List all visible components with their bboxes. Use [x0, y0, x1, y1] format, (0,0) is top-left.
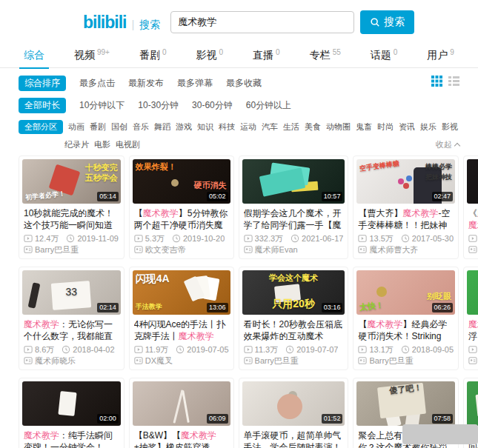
result-tab[interactable]: 专栏 55: [310, 43, 341, 68]
video-thumbnail[interactable]: 07:58 傻了吧！: [356, 381, 455, 426]
result-tab[interactable]: 用户 9: [427, 43, 454, 68]
video-thumbnail[interactable]: 10:57: [242, 159, 345, 204]
video-title[interactable]: 【魔术教学】5分钟教你两个超干净硬币消失魔术！: [134, 207, 229, 231]
filter-option[interactable]: 游戏: [176, 121, 192, 133]
filter-option[interactable]: 动物圈: [326, 121, 351, 133]
video-title[interactable]: 魔术教学：银行卡悬浮，看一遍就能学会: [468, 318, 478, 342]
video-thumbnail[interactable]: 06:09: [133, 381, 230, 426]
video-card[interactable]: 08:49:56 《魔术教学合集》刘谦魔术教学合集 6.9万 2018-01-1…: [463, 156, 478, 259]
video-card[interactable]: 03:16 学会这个魔术只用20秒 看时长！20秒教会压箱底效果爆炸的互动魔术【…: [239, 267, 349, 370]
video-thumbnail[interactable]: 05:02 效果炸裂！硬币消失: [133, 159, 230, 204]
bilibili-logo[interactable]: bilibili | 搜索: [83, 13, 160, 33]
search-input[interactable]: [170, 11, 354, 33]
filter-option[interactable]: 最新发布: [128, 77, 164, 90]
video-title[interactable]: 单手滚硬币，超简单帅气手法，学会后随时表演！: [244, 429, 344, 448]
play-count: 12.4万: [24, 233, 59, 244]
search-button[interactable]: 搜索: [360, 10, 414, 34]
result-tab[interactable]: 番剧 0: [139, 43, 167, 68]
video-title[interactable]: 【B&W】【魔术教学+抽奖】橡皮筋穿透: [134, 429, 229, 448]
video-thumbnail[interactable]: 06:26 太快！别眨眼: [356, 270, 455, 315]
filter-option[interactable]: 时尚: [377, 121, 394, 133]
filter-option[interactable]: 美食: [305, 121, 321, 133]
video-title[interactable]: 看时长！20秒教会压箱底效果爆炸的互动魔术【Barry: [244, 318, 344, 342]
video-card[interactable]: 13:06 闪现4A手法教学 4种闪现Ace的手法丨扑克牌手法丨魔术教学 11.…: [129, 267, 234, 370]
uploader[interactable]: 魔术师曹大齐: [358, 244, 418, 255]
video-title[interactable]: 10秒就能完成的魔术！这个技巧能一瞬间知道观众选择: [24, 207, 119, 231]
video-thumbnail[interactable]: 02:00: [22, 381, 121, 426]
video-card[interactable]: 06:09 【B&W】【魔术教学+抽奖】橡皮筋穿透 8.7万 2015-03-0…: [129, 378, 234, 448]
uploader[interactable]: DX魔叉: [134, 355, 173, 366]
video-card[interactable]: 10:57 假期学会这几个魔术，开学了给同学们露一手【魔术师 332.3万 20…: [239, 156, 349, 259]
thumb-shape: [406, 175, 412, 181]
filter-option[interactable]: 番剧: [90, 121, 106, 133]
video-card[interactable]: 05:14 十秒变完五秒学会初学者必学！ 10秒就能完成的魔术！这个技巧能一瞬间…: [19, 156, 125, 259]
filter-option[interactable]: 动画: [68, 121, 84, 133]
filter-option[interactable]: 最多弹幕: [177, 77, 213, 90]
uploader[interactable]: 梁校长: [468, 244, 478, 255]
filter-option[interactable]: 国创: [111, 121, 127, 133]
video-title[interactable]: 4种闪现Ace的手法丨扑克牌手法丨魔术教学: [134, 318, 229, 342]
video-thumbnail[interactable]: 01:52: [242, 381, 345, 426]
result-tab[interactable]: 直播 0: [253, 43, 280, 68]
filter-option[interactable]: 最多点击: [79, 77, 115, 90]
uploader[interactable]: Barry巴旦重: [358, 355, 413, 366]
result-tab[interactable]: 话题 0: [371, 43, 398, 68]
video-title[interactable]: 假期学会这几个魔术，开学了给同学们露一手【魔术师: [244, 207, 344, 231]
filter-option[interactable]: 舞蹈: [154, 121, 170, 133]
filter-option[interactable]: 电影: [94, 139, 110, 150]
publish-date-value: 2021-06-17: [302, 233, 343, 244]
filter-option[interactable]: 影视: [442, 121, 458, 133]
category-active-pill[interactable]: 全部分区: [19, 120, 63, 134]
list-view-icon[interactable]: [448, 76, 459, 87]
video-thumbnail[interactable]: 08:49:56: [467, 159, 478, 204]
filter-option[interactable]: 资讯: [399, 121, 415, 133]
filter-option[interactable]: 30-60分钟: [192, 99, 233, 112]
filter-option[interactable]: 科技: [219, 121, 235, 133]
filter-option[interactable]: 运动: [240, 121, 256, 133]
filter-option[interactable]: 电视剧: [116, 139, 140, 150]
filter-option[interactable]: 娱乐: [420, 121, 436, 133]
filter-option[interactable]: 鬼畜: [356, 121, 372, 133]
grid-view-icon[interactable]: [431, 76, 442, 87]
video-card[interactable]: 01:52 单手滚硬币，超简单帅气手法，学会后随时表演！ 158.1万 2019…: [239, 378, 349, 448]
result-tab[interactable]: 视频 99+: [74, 43, 110, 68]
uploader[interactable]: 欧文变吉帝: [134, 244, 186, 255]
uploader[interactable]: 魔术师晓乐: [24, 355, 76, 366]
video-thumbnail[interactable]: 13:06 闪现4A手法教学: [133, 270, 230, 315]
filter-option[interactable]: 音乐: [133, 121, 149, 133]
uploader[interactable]: Barry巴旦重: [244, 355, 299, 366]
filter-option[interactable]: 汽车: [262, 121, 278, 133]
sort-active-pill[interactable]: 综合排序: [19, 76, 66, 91]
video-card[interactable]: 02:00 魔术教学：纯手法瞬间变牌！一分钟学会！ 14.4万 2017-02-…: [19, 378, 125, 448]
video-card[interactable]: 06:26 太快！别眨眼 【魔术教学】经典必学硬币消失术！Striking Va…: [353, 267, 459, 370]
video-thumbnail[interactable]: 05:14 十秒变完五秒学会初学者必学！: [22, 159, 121, 204]
video-title[interactable]: 魔术教学：纯手法瞬间变牌！一分钟学会！: [24, 429, 119, 448]
video-title[interactable]: 【曹大齐】魔术教学-空手变棒棒糖！！把妹神招！: [358, 207, 454, 231]
video-thumbnail[interactable]: 02:14 33: [22, 270, 121, 315]
video-thumbnail[interactable]: 08:19 魔法？手术？瞬间变牌: [467, 381, 478, 426]
video-card[interactable]: 05:02 效果炸裂！硬币消失 【魔术教学】5分钟教你两个超干净硬币消失魔术！ …: [129, 156, 234, 259]
video-thumbnail[interactable]: 01:20: [467, 270, 478, 315]
filter-option[interactable]: 10-30分钟: [138, 99, 179, 112]
video-thumbnail[interactable]: 03:16 学会这个魔术只用20秒: [242, 270, 345, 315]
duration-active-pill[interactable]: 全部时长: [19, 98, 66, 113]
video-card[interactable]: 02:14 33 魔术教学：无论你写一个什么数字，我都能直接猜中！ 8.6万 2…: [19, 267, 125, 370]
filter-option[interactable]: 知识: [197, 121, 213, 133]
video-card[interactable]: 01:20 魔术教学：银行卡悬浮，看一遍就能学会 19.5万 2018-03-0…: [463, 267, 478, 370]
video-title[interactable]: 【魔术教学】经典必学硬币消失术！Striking Vanish: [358, 318, 454, 342]
filter-option[interactable]: 60分钟以上: [246, 99, 291, 112]
filter-option[interactable]: 生活: [283, 121, 299, 133]
video-card[interactable]: 02:47 空手变棒棒糖棒棒必学把妹神技 【曹大齐】魔术教学-空手变棒棒糖！！把…: [353, 156, 459, 259]
video-title[interactable]: 魔术教学：无论你写一个什么数字，我都能直接猜中！: [24, 318, 119, 342]
uploader[interactable]: 魔术师晓乐: [468, 355, 478, 366]
video-thumbnail[interactable]: 02:47 空手变棒棒糖棒棒必学把妹神技: [356, 159, 455, 204]
filter-option[interactable]: 10分钟以下: [79, 99, 125, 112]
uploader[interactable]: 魔术师Evan: [244, 244, 298, 255]
filter-option[interactable]: 纪录片: [64, 139, 89, 150]
collapse-button[interactable]: 收起: [436, 139, 459, 150]
result-tab[interactable]: 影视 0: [196, 43, 224, 68]
filter-option[interactable]: 最多收藏: [226, 77, 262, 90]
video-title[interactable]: 《魔术教学合集》刘谦魔术教学合集: [468, 207, 478, 231]
result-tab[interactable]: 综合: [24, 43, 44, 68]
uploader[interactable]: Barry巴旦重: [24, 244, 79, 255]
